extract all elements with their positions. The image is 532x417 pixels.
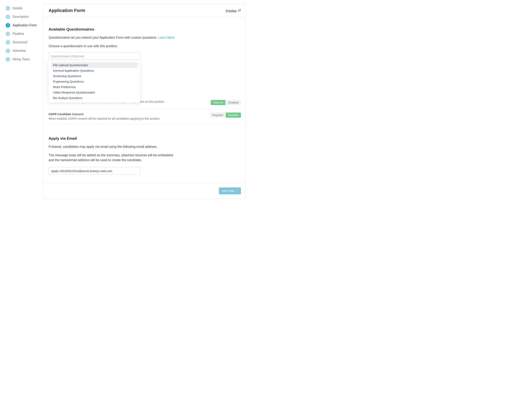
apply-email-value: apply-1901f03c291e@acme.breezy-mail.com (51, 169, 112, 173)
questionnaire-input[interactable] (49, 52, 141, 60)
preview-link[interactable]: Preview (226, 9, 241, 12)
step-number-badge: 4 (6, 31, 10, 36)
chevron-right-icon (236, 189, 238, 192)
preview-link-label: Preview (226, 9, 236, 12)
apply-email-desc1: If shared, candidates may apply via emai… (49, 144, 241, 149)
questionnaires-choose-text: Choose a questionnaire to use with this … (49, 44, 241, 49)
next-step-button[interactable]: Next Step (219, 188, 241, 194)
sidebar-step-pipeline[interactable]: 4 Pipeline (6, 30, 43, 38)
step-number-badge: 6 (6, 49, 10, 53)
step-number-badge: 2 (6, 15, 10, 19)
questionnaires-title: Available Questionnaires (49, 27, 241, 31)
eeoc-optional-button[interactable]: Optional (211, 100, 225, 105)
wizard-sidebar: 1 Details 2 Description 3 Application Fo… (0, 4, 43, 199)
questionnaires-description-text: Questionnaires let you extend your Appli… (49, 36, 158, 39)
step-label: Application Form (12, 23, 37, 27)
questionnaires-description: Questionnaires let you extend your Appli… (49, 35, 241, 40)
questionnaire-option[interactable]: Engineering Questions (51, 79, 138, 84)
gdpr-title: GDPR Candidate Consent (49, 113, 161, 116)
apply-email-title: Apply via Email (49, 136, 241, 141)
step-number-badge: 7 (6, 57, 10, 62)
step-label: Scorecard (12, 41, 27, 44)
gdpr-required-button[interactable]: Required (210, 113, 226, 118)
step-label: Details (12, 7, 22, 10)
step-number-badge: 5 (6, 40, 10, 44)
step-label: Pipeline (12, 32, 24, 36)
sidebar-step-hiring-team[interactable]: 7 Hiring Team (6, 55, 43, 63)
step-label: Description (12, 15, 29, 19)
next-step-label: Next Step (222, 189, 234, 192)
compliance-row-gdpr: GDPR Candidate Consent When enabled, GDP… (49, 109, 241, 124)
sidebar-step-application-form[interactable]: 3 Application Form (6, 21, 43, 30)
step-number-badge: 3 (6, 23, 10, 28)
gdpr-toggle-group: Required Disabled (210, 113, 241, 118)
sidebar-step-details[interactable]: 1 Details (6, 4, 43, 12)
eeoc-toggle-group: Optional Disabled (211, 100, 241, 105)
questionnaire-option[interactable]: Work Preference (51, 84, 138, 90)
step-number-badge: 1 (6, 6, 10, 10)
step-label: Advertise (12, 49, 26, 53)
main-header: Application Form Preview (44, 4, 246, 17)
questionnaire-dropdown: File Upload Questionnaire General Applic… (49, 60, 140, 103)
questionnaire-option[interactable]: General Application Questions (51, 68, 138, 73)
apply-email-section: Apply via Email If shared, candidates ma… (49, 136, 241, 175)
step-label: Hiring Team (12, 57, 30, 61)
page-title: Application Form (49, 8, 85, 13)
gdpr-description: When enabled, GDPR consent will be requi… (49, 117, 161, 120)
main-footer: Next Step (44, 183, 246, 199)
svg-line-0 (239, 9, 241, 10)
questionnaire-option[interactable]: File Upload Questionnaire (51, 62, 138, 68)
questionnaire-option[interactable]: Screening Questions (51, 73, 138, 79)
sidebar-step-description[interactable]: 2 Description (6, 12, 43, 21)
main-panel: Application Form Preview Available Quest… (43, 4, 246, 199)
questionnaire-combobox: File Upload Questionnaire General Applic… (49, 52, 141, 60)
external-link-icon (238, 9, 241, 12)
questionnaire-option[interactable]: Video Response Questionnaire (51, 90, 138, 95)
sidebar-step-scorecard[interactable]: 5 Scorecard (6, 38, 43, 47)
sidebar-step-advertise[interactable]: 6 Advertise (6, 47, 43, 55)
eeoc-disabled-button[interactable]: Disabled (226, 100, 241, 105)
questionnaire-option[interactable]: Biz Analyst Questions (51, 95, 138, 101)
gdpr-disabled-button[interactable]: Disabled (226, 113, 241, 118)
learn-more-link[interactable]: Learn More (158, 36, 175, 39)
apply-email-desc2: The message body will be added as the su… (49, 153, 178, 163)
apply-email-field[interactable]: apply-1901f03c291e@acme.breezy-mail.com (49, 167, 141, 175)
